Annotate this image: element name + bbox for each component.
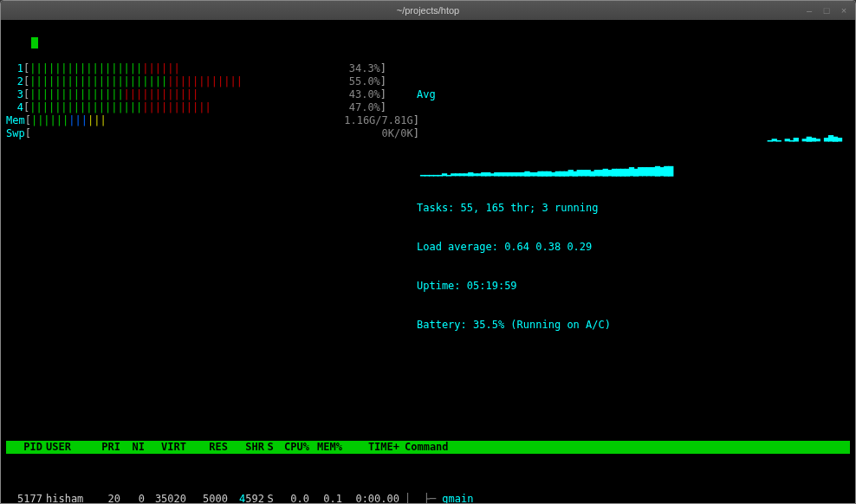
battery-line: Battery: 35.5% (Running on A/C) bbox=[417, 319, 850, 332]
hdr-virt[interactable]: VIRT bbox=[145, 441, 186, 454]
hdr-cpu[interactable]: CPU% bbox=[276, 441, 309, 454]
cpu-meter-2: 2 [|||||||||||||||||||||||||||||||||| 55… bbox=[6, 75, 413, 88]
swp-meter: Swp[ 0K/0K] bbox=[6, 127, 413, 140]
terminal-body[interactable]: 1 [|||||||||||||||||||||||| 34.3%]2 [|||… bbox=[1, 20, 855, 504]
window-title: ~/projects/htop bbox=[397, 5, 459, 16]
meters-left: 1 [|||||||||||||||||||||||| 34.3%]2 [|||… bbox=[6, 62, 413, 358]
hdr-cmd[interactable]: Command bbox=[399, 441, 850, 454]
close-icon[interactable]: × bbox=[838, 4, 850, 16]
hdr-time[interactable]: TIME+ bbox=[342, 441, 399, 454]
titlebar[interactable]: ~/projects/htop – □ × bbox=[1, 1, 855, 20]
hdr-shr[interactable]: SHR bbox=[228, 441, 264, 454]
terminal-window: ~/projects/htop – □ × 1 [|||||||||||||||… bbox=[0, 0, 856, 504]
load-line: Load average: 0.64 0.38 0.29 bbox=[417, 241, 850, 254]
uptime-line: Uptime: 05:19:59 bbox=[417, 280, 850, 293]
tasks-line: Tasks: 55, 165 thr; 3 running bbox=[417, 202, 850, 215]
maximize-icon[interactable]: □ bbox=[820, 4, 833, 16]
hdr-pri[interactable]: PRI bbox=[91, 441, 120, 454]
hdr-user[interactable]: USER bbox=[42, 441, 91, 454]
hdr-res[interactable]: RES bbox=[186, 441, 228, 454]
hdr-pid[interactable]: PID bbox=[6, 441, 42, 454]
cpu-meter-1: 1 [|||||||||||||||||||||||| 34.3%] bbox=[6, 62, 413, 75]
mem-meter: Mem[|||||||||||| 1.16G/7.81G] bbox=[6, 114, 413, 127]
cpu-meter-4: 4 [||||||||||||||||||||||||||||| 47.0%] bbox=[6, 101, 413, 114]
process-row[interactable]: 5177hisham2003502050004592S0.00.10:00.00… bbox=[6, 493, 850, 504]
hdr-ni[interactable]: NI bbox=[120, 441, 145, 454]
sparkline: ▁▂▁ ▂▁▃ ▂▄▃▂ ▃▅▄▃ bbox=[417, 132, 850, 141]
meters-right: Avg ▁▂▁ ▂▁▃ ▂▄▃▂ ▃▅▄▃ ▁▁▁▁▁▂▁▂▂▂▂▃▂▂▃▃▂▃… bbox=[413, 62, 850, 358]
avg-label: Avg bbox=[417, 88, 850, 101]
minimize-icon[interactable]: – bbox=[803, 4, 815, 16]
cursor bbox=[31, 37, 38, 48]
hdr-mem[interactable]: MEM% bbox=[309, 441, 342, 454]
cpu-meter-3: 3 [||||||||||||||||||||||||||| 43.0%] bbox=[6, 88, 413, 101]
process-header[interactable]: PID USER PRI NI VIRT RES SHR S CPU% MEM%… bbox=[6, 441, 850, 454]
sparkline-2: ▁▁▁▁▁▂▁▂▂▂▂▃▂▂▃▃▂▃▃▃▃▃▃▃▄▃▃▄▄▄▃▄▄▄▅▄▅▅▅▄… bbox=[417, 167, 850, 176]
process-list[interactable]: 5177hisham2003502050004592S0.00.10:00.00… bbox=[6, 493, 850, 504]
hdr-s[interactable]: S bbox=[264, 441, 276, 454]
